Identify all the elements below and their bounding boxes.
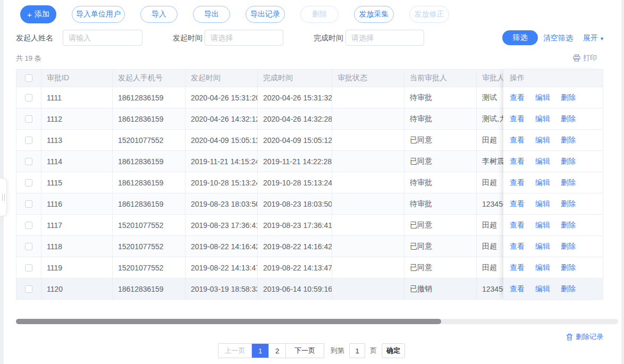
page-button-1[interactable]: 1 <box>251 344 268 358</box>
goto-page-input[interactable] <box>349 343 365 358</box>
cell-status <box>332 172 404 193</box>
delete-button: 删除 <box>300 6 339 23</box>
view-link[interactable]: 查看 <box>510 263 525 273</box>
cell-status <box>332 87 404 108</box>
prev-page-button: 上一页 <box>218 344 251 358</box>
view-link[interactable]: 查看 <box>510 284 525 294</box>
view-link[interactable]: 查看 <box>510 136 525 145</box>
horizontal-scrollbar[interactable] <box>16 319 618 324</box>
delete-link[interactable]: 删除 <box>561 114 576 124</box>
delete-link[interactable]: 删除 <box>561 93 576 103</box>
cell-current-approver: 待审批 <box>404 193 477 214</box>
edit-link[interactable]: 编辑 <box>535 199 550 209</box>
row-checkbox[interactable] <box>25 115 32 123</box>
delete-link[interactable]: 删除 <box>561 221 576 230</box>
confirm-button[interactable]: 确定 <box>382 343 405 358</box>
expand-button[interactable]: 展开▼ <box>583 30 604 45</box>
edit-link[interactable]: 编辑 <box>535 178 550 188</box>
delete-link[interactable]: 删除 <box>561 199 576 209</box>
scrollbar-thumb[interactable] <box>16 319 441 324</box>
delete-link[interactable]: 删除 <box>561 242 576 251</box>
cell-current-approver: 待审批 <box>404 87 477 108</box>
cell-start-time: 2020-04-26 15:31:20 <box>185 87 258 108</box>
drawer-handle[interactable] <box>0 178 7 216</box>
initiator-name-label: 发起人姓名 <box>16 30 53 46</box>
delete-link[interactable]: 删除 <box>561 263 576 273</box>
page-button-2[interactable]: 2 <box>268 344 285 358</box>
next-page-button[interactable]: 下一页 <box>285 344 324 358</box>
cell-current-approver: 待审批 <box>404 172 477 193</box>
issue-collection-button[interactable]: 发放采集 <box>354 6 394 23</box>
edit-link[interactable]: 编辑 <box>535 242 550 251</box>
cell-status <box>332 108 404 129</box>
view-link[interactable]: 查看 <box>510 93 525 103</box>
print-label: 打印 <box>583 53 597 63</box>
view-link[interactable]: 查看 <box>510 114 525 124</box>
cell-start-time: 2020-04-09 15:05:11 <box>185 130 258 150</box>
edit-link[interactable]: 编辑 <box>535 93 550 103</box>
add-button-label: 添加 <box>35 10 49 19</box>
row-checkbox[interactable] <box>25 285 32 293</box>
cell-phone: 15201077552 <box>113 236 185 257</box>
cell-current-approver: 已同意 <box>404 151 477 172</box>
cell-approver: 123456 <box>477 278 504 299</box>
edit-link[interactable]: 编辑 <box>535 221 550 230</box>
right-scrollbar-strip[interactable] <box>621 0 624 364</box>
total-count: 共 19 条 <box>16 54 41 63</box>
row-actions: 查看 编辑 删除 <box>503 215 603 236</box>
cell-status <box>332 236 404 257</box>
row-checkbox[interactable] <box>25 158 32 165</box>
start-time-input[interactable] <box>205 30 283 46</box>
view-link[interactable]: 查看 <box>510 242 525 251</box>
initiator-name-input[interactable] <box>63 30 142 46</box>
view-link[interactable]: 查看 <box>510 199 525 209</box>
export-records-button[interactable]: 导出记录 <box>246 6 285 23</box>
edit-link[interactable]: 编辑 <box>535 157 550 166</box>
export-button[interactable]: 导出 <box>193 6 230 23</box>
print-button[interactable]: 打印 <box>573 53 597 63</box>
delete-link[interactable]: 删除 <box>561 178 576 188</box>
column-header-phone: 发起人手机号 <box>113 70 185 87</box>
row-checkbox[interactable] <box>25 243 32 250</box>
row-checkbox[interactable] <box>25 94 32 101</box>
edit-link[interactable]: 编辑 <box>535 136 550 145</box>
select-all-checkbox[interactable] <box>25 74 32 82</box>
row-actions: 查看 编辑 删除 <box>503 172 603 193</box>
row-checkbox[interactable] <box>25 222 32 229</box>
row-checkbox[interactable] <box>25 200 32 208</box>
edit-link[interactable]: 编辑 <box>535 284 550 294</box>
cell-start-time: 2019-08-22 14:13:47 <box>185 257 258 278</box>
row-checkbox[interactable] <box>25 137 32 144</box>
delete-records-button[interactable]: 删除记录 <box>566 332 603 342</box>
cell-current-approver: 已同意 <box>404 236 477 257</box>
delete-link[interactable]: 删除 <box>561 284 576 294</box>
row-checkbox[interactable] <box>25 264 32 272</box>
row-actions: 查看 编辑 删除 <box>503 130 603 151</box>
cell-phone: 15201077552 <box>113 215 185 235</box>
column-header-approver: 审批人 <box>477 70 504 87</box>
filter-button[interactable]: 筛选 <box>502 30 538 45</box>
cell-end-time: 2019-08-23 18:03:50 <box>258 193 332 214</box>
view-link[interactable]: 查看 <box>510 221 525 230</box>
cell-phone: 18612836159 <box>113 193 185 214</box>
import-button[interactable]: 导入 <box>140 6 178 23</box>
view-link[interactable]: 查看 <box>510 178 525 188</box>
cell-end-time: 2019-10-28 15:13:24 <box>258 172 332 193</box>
delete-link[interactable]: 删除 <box>561 136 576 145</box>
view-link[interactable]: 查看 <box>510 157 525 166</box>
cell-status <box>332 130 404 150</box>
add-button[interactable]: + 添加 <box>20 5 56 23</box>
edit-link[interactable]: 编辑 <box>535 114 550 124</box>
delete-link[interactable]: 删除 <box>561 157 576 166</box>
cell-approval-id: 1117 <box>41 215 113 235</box>
end-time-input[interactable] <box>345 30 424 46</box>
cell-start-time: 2019-08-22 14:16:42 <box>185 236 258 257</box>
clear-filters-button[interactable]: 清空筛选 <box>543 30 573 45</box>
import-unit-users-button[interactable]: 导入单位用户 <box>72 6 125 23</box>
cell-status <box>332 151 404 172</box>
cell-end-time: 2020-04-26 15:31:32 <box>258 87 332 108</box>
goto-prefix-label: 到第 <box>331 346 344 355</box>
edit-link[interactable]: 编辑 <box>535 263 550 273</box>
start-time-label: 发起时间 <box>173 30 203 46</box>
row-checkbox[interactable] <box>25 179 32 187</box>
